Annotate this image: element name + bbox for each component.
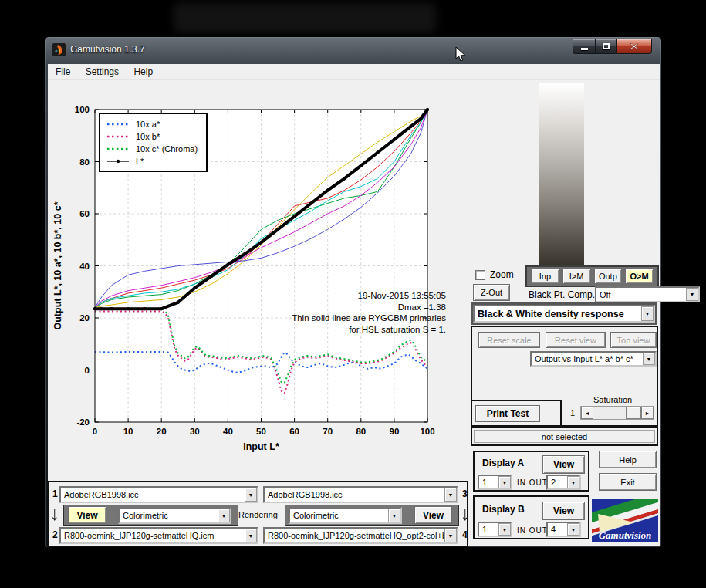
display-a-in-select[interactable]: 1 ▼ — [478, 475, 512, 490]
zoom-out-button[interactable]: Z-Out — [473, 284, 510, 301]
chevron-down-icon[interactable]: ▼ — [498, 476, 511, 488]
maximize-icon — [603, 43, 610, 49]
display-a-box: Display A View 1 ▼ IN OUT 2 ▼ — [473, 451, 589, 492]
chevron-down-icon[interactable]: ▼ — [567, 523, 579, 536]
menu-help[interactable]: Help — [127, 64, 159, 77]
minimize-button[interactable] — [573, 39, 595, 54]
window-title: Gamutvision 1.3.7 — [70, 44, 145, 55]
display-b-in-value: 1 — [482, 525, 498, 534]
chart-annotations: 19-Nov-2015 13:55:05Dmax =1.38Thin solid… — [225, 290, 446, 335]
down-arrow-icon: ↓ — [461, 502, 470, 525]
slider-left-arrow[interactable]: ◄ — [581, 407, 593, 419]
chart-legend: 10x a*10x b*10x c* (Chroma)L* — [99, 113, 208, 172]
axes-mode-select[interactable]: Output vs Input L* a* b* c* ▼ — [530, 351, 657, 367]
svg-text:60: 60 — [79, 209, 90, 218]
chevron-down-icon[interactable]: ▼ — [641, 306, 654, 321]
rendering-label: Rendering — [238, 510, 278, 519]
intent-right-value: Colorimetric — [293, 511, 388, 520]
input-to-monitor-button[interactable]: I>M — [562, 269, 591, 284]
profile-3-select[interactable]: AdobeRGB1998.icc ▼ — [263, 486, 458, 503]
desktop: Gamutvision 1.3.7 File Settings Help 010 — [0, 0, 706, 588]
io-button-group: Inp I>M Outp O>M — [525, 265, 659, 287]
chevron-down-icon[interactable]: ▼ — [686, 288, 698, 301]
chevron-down-icon[interactable]: ▼ — [388, 509, 400, 522]
legend-swatch — [106, 133, 130, 140]
maximize-button[interactable] — [595, 39, 617, 54]
svg-text:80: 80 — [356, 427, 366, 436]
annotation-line: for HSL saturation S = 1. — [225, 324, 446, 336]
exit-button[interactable]: Exit — [599, 473, 657, 491]
slot-2-label: 2 — [52, 529, 58, 540]
legend-swatch — [106, 120, 130, 128]
display-b-in-select[interactable]: 1 ▼ — [478, 522, 512, 537]
chevron-down-icon[interactable]: ▼ — [218, 509, 230, 522]
svg-text:100: 100 — [420, 427, 434, 436]
minimize-icon — [581, 48, 588, 50]
view-right-button[interactable]: View — [414, 506, 452, 524]
svg-text:90: 90 — [390, 427, 400, 436]
menu-settings[interactable]: Settings — [79, 64, 125, 77]
svg-text:Output L*, 10 a*, 10 b*, 10 c*: Output L*, 10 a*, 10 b*, 10 c* — [52, 201, 63, 329]
chevron-down-icon[interactable]: ▼ — [245, 488, 257, 502]
slider-right-arrow[interactable]: ► — [641, 407, 654, 419]
intent-right-select[interactable]: Colorimetric ▼ — [289, 507, 402, 524]
outp-button[interactable]: Outp — [594, 269, 623, 284]
display-b-out-select[interactable]: 4 ▼ — [546, 522, 581, 537]
print-test-button[interactable]: Print Test — [475, 405, 540, 422]
saturation-slider[interactable]: ◄ ► — [580, 406, 654, 420]
black-pt-comp-select[interactable]: Off ▼ — [595, 286, 700, 302]
close-button[interactable] — [617, 39, 652, 54]
svg-text:40: 40 — [223, 427, 233, 436]
profile-4-select[interactable]: R800-oemink_IJP120g-setmatteHQ_opt2-col+… — [263, 527, 458, 544]
display-a-out-value: 2 — [551, 478, 567, 487]
slider-thumb[interactable] — [626, 407, 641, 419]
slot-1-label: 1 — [52, 488, 58, 499]
chevron-down-icon[interactable]: ▼ — [643, 353, 655, 365]
svg-text:30: 30 — [190, 427, 200, 436]
app-icon — [52, 43, 66, 56]
down-arrow-icon: ↓ — [50, 502, 59, 525]
legend-label: 10x c* (Chroma) — [136, 144, 198, 154]
profile-2-value: R800-oemink_IJP120g-setmatteHQ.icm — [64, 531, 245, 540]
main-client-area: 0102030405060708090100-20020406080100Inp… — [48, 80, 660, 546]
chevron-down-icon[interactable]: ▼ — [498, 523, 511, 536]
profile-1-select[interactable]: AdobeRGB1998.icc ▼ — [59, 486, 258, 503]
mouse-cursor — [455, 46, 467, 63]
chevron-down-icon[interactable]: ▼ — [245, 529, 257, 542]
view-left-button[interactable]: View — [68, 506, 106, 524]
response-select[interactable]: Black & White density response ▼ — [473, 305, 655, 323]
zoom-checkbox[interactable] — [475, 270, 485, 280]
display-b-view-button[interactable]: View — [542, 502, 585, 520]
reset-view-button[interactable]: Reset view — [546, 332, 606, 348]
display-a-view-button[interactable]: View — [542, 455, 585, 474]
reset-scale-button[interactable]: Reset scale — [478, 332, 540, 348]
caption-buttons — [573, 39, 652, 55]
profile-2-select[interactable]: R800-oemink_IJP120g-setmatteHQ.icm ▼ — [59, 527, 258, 544]
title-bar[interactable]: Gamutvision 1.3.7 — [45, 37, 661, 64]
display-a-out-select[interactable]: 2 ▼ — [546, 475, 581, 490]
top-view-button[interactable]: Top view — [610, 332, 657, 348]
menu-file[interactable]: File — [49, 64, 76, 77]
legend-label: 10x b* — [136, 132, 160, 141]
chevron-down-icon[interactable]: ▼ — [444, 488, 457, 502]
legend-entry: L* — [106, 155, 200, 167]
gamutvision-logo: Gamutvision — [592, 499, 658, 542]
help-button[interactable]: Help — [599, 451, 657, 468]
svg-text:40: 40 — [79, 262, 90, 271]
display-a-title: Display A — [482, 458, 524, 468]
axes-mode-value: Output vs Input L* a* b* c* — [535, 354, 643, 363]
profile-band: 1 AdobeRGB1998.icc ▼ AdobeRGB1998.icc ▼ … — [47, 481, 468, 547]
saturation-label: Saturation — [593, 395, 632, 404]
slot-4-label: 4 — [462, 529, 468, 540]
profile-3-value: AdobeRGB1998.icc — [268, 490, 444, 499]
chevron-down-icon[interactable]: ▼ — [567, 476, 579, 488]
output-to-monitor-button[interactable]: O>M — [625, 269, 654, 284]
svg-text:Input L*: Input L* — [243, 441, 279, 452]
inp-button[interactable]: Inp — [531, 269, 559, 284]
svg-text:-20: -20 — [76, 417, 90, 427]
display-b-box: Display B View 1 ▼ IN OUT 4 ▼ — [473, 495, 589, 539]
intent-left-select[interactable]: Colorimetric ▼ — [118, 507, 231, 524]
chevron-down-icon[interactable]: ▼ — [444, 529, 457, 542]
legend-entry: 10x c* (Chroma) — [106, 143, 200, 155]
black-pt-comp-label: Black Pt. Comp. — [529, 289, 595, 300]
